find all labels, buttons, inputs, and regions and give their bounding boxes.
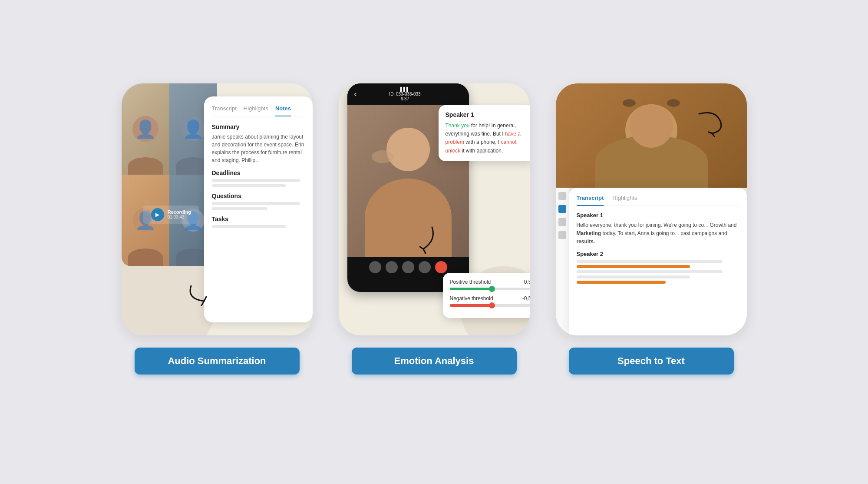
tab-notes[interactable]: Notes	[275, 105, 291, 116]
speaker-text: Thank you for help! In general, everythi…	[446, 122, 527, 155]
phone-id: ID: 033-033-033	[389, 92, 420, 96]
deadlines-title: Deadlines	[212, 169, 305, 176]
card-1-wrapper: ▶ Recording 01:03:43 Transcript Highligh…	[122, 83, 313, 375]
phone-back-button[interactable]: ‹	[354, 90, 357, 99]
positive-thumb[interactable]	[489, 286, 495, 292]
arrow-decoration-1	[182, 277, 217, 314]
toolbar-icon-3[interactable]	[558, 218, 566, 226]
text-normal-3: it with application.	[462, 148, 503, 154]
card-2-wrapper: ‹ ▌▌▌ ID: 033-033-033 6:37	[339, 83, 530, 375]
deadlines-line-1	[212, 179, 300, 182]
speaker2-title: Speaker 2	[577, 251, 739, 257]
phone-time: 6:37	[401, 96, 409, 101]
toolbar-icon-2[interactable]	[558, 205, 566, 213]
play-overlay[interactable]: ▶ Recording 01:03:43	[143, 206, 199, 224]
tasks-line-1	[212, 225, 286, 228]
speaker2-line-orange-1	[577, 265, 690, 268]
positive-threshold-label: Positive threshold 0.5	[450, 279, 530, 285]
toolbar-strip	[556, 188, 569, 335]
toolbar-icon-4[interactable]	[558, 231, 566, 239]
results-text: results.	[577, 239, 595, 245]
speaker1-title: Speaker 1	[577, 212, 739, 219]
negative-threshold-label: Negative threshold -0,5	[450, 295, 530, 302]
questions-line-1	[212, 202, 300, 205]
audio-summarization-button[interactable]: Audio Summarization	[135, 348, 300, 375]
tab-highlights[interactable]: Highlights	[244, 105, 268, 112]
recording-label: Recording	[168, 209, 191, 215]
transcript-panel: Transcript Highlights Speaker 1 Hello ev…	[569, 188, 747, 335]
marketing-text: Marketing	[577, 230, 601, 236]
negative-threshold-row: Negative threshold -0,5	[450, 295, 530, 307]
tab-highlights-3[interactable]: Highlights	[612, 195, 637, 201]
emotion-analysis-card: ‹ ▌▌▌ ID: 033-033-033 6:37	[339, 83, 530, 335]
negative-thumb[interactable]	[489, 302, 495, 308]
cards-row: ▶ Recording 01:03:43 Transcript Highligh…	[122, 83, 747, 401]
audio-summarization-card: ▶ Recording 01:03:43 Transcript Highligh…	[122, 83, 313, 335]
video-grid	[122, 83, 217, 266]
notes-tabs: Transcript Highlights Notes	[212, 105, 305, 116]
threshold-panel: Positive threshold 0.5 Negative threshol…	[443, 273, 530, 318]
deadlines-line-2	[212, 184, 286, 187]
speaker-bubble: Speaker 1 Thank you for help! In general…	[439, 105, 530, 161]
control-dot-1[interactable]	[369, 261, 381, 273]
notes-panel: Transcript Highlights Notes Summary Jami…	[204, 96, 313, 322]
negative-track[interactable]	[450, 304, 530, 307]
card-3-wrapper: Transcript Highlights Speaker 1 Hello ev…	[556, 83, 747, 375]
toolbar-icon-1[interactable]	[558, 192, 566, 200]
tasks-title: Tasks	[212, 215, 305, 222]
questions-title: Questions	[212, 192, 305, 199]
transcript-tabs: Transcript Highlights	[577, 195, 739, 206]
page: ▶ Recording 01:03:43 Transcript Highligh…	[0, 0, 868, 484]
play-icon[interactable]: ▶	[151, 208, 164, 221]
positive-threshold-row: Positive threshold 0.5	[450, 279, 530, 290]
summary-title: Summary	[212, 123, 305, 130]
positive-fill	[450, 288, 491, 290]
negative-fill	[450, 304, 491, 307]
phone-signal: ▌▌▌	[400, 87, 409, 92]
speaker2-line-2	[577, 270, 723, 273]
control-dot-2[interactable]	[386, 261, 398, 273]
speaker1-text: Hello everyone, thank you for joining. W…	[577, 221, 739, 246]
speaker2-line-1	[577, 260, 723, 263]
speaker2-line-3	[577, 275, 690, 278]
tab-transcript[interactable]: Transcript	[212, 105, 237, 112]
arrow-decoration-2	[410, 223, 441, 264]
text-normal-2: with a phone, I	[465, 139, 501, 145]
recording-time: 01:03:43	[168, 215, 191, 219]
speech-to-text-button[interactable]: Speech to Text	[569, 348, 734, 375]
phone-header: ‹ ▌▌▌ ID: 033-033-033 6:37	[347, 83, 469, 105]
speaker2-line-orange-2	[577, 281, 666, 284]
arrow-decoration-card3	[686, 105, 729, 142]
speech-to-text-card: Transcript Highlights Speaker 1 Hello ev…	[556, 83, 747, 335]
speaker-title: Speaker 1	[446, 111, 527, 118]
tab-transcript-3[interactable]: Transcript	[577, 195, 604, 206]
positive-track[interactable]	[450, 288, 530, 290]
emotion-analysis-button[interactable]: Emotion Analysis	[352, 348, 517, 375]
video-cell-1	[122, 83, 169, 175]
text-green-1: Thank you	[446, 123, 470, 129]
questions-line-2	[212, 207, 267, 210]
summary-text: Jamie speaks about planning the layout a…	[212, 133, 305, 164]
